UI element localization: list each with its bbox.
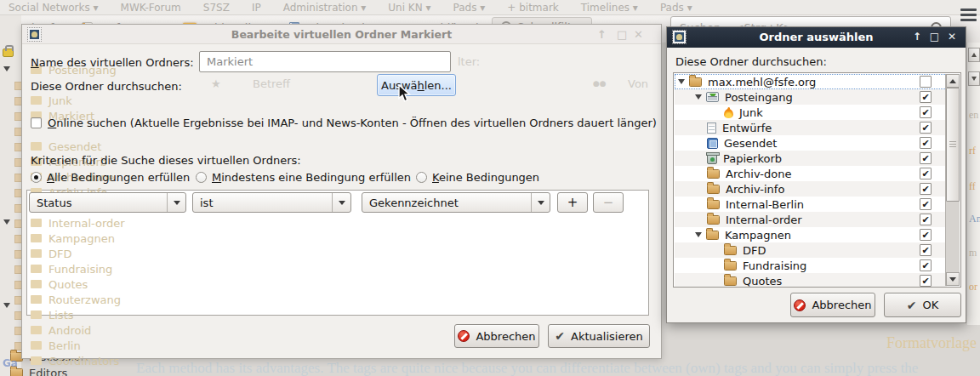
cancel-button-label: Abbrechen	[812, 299, 871, 311]
tree-row[interactable]: Archiv-info✔	[675, 181, 947, 197]
bookmark-item[interactable]: IP	[252, 2, 261, 14]
bookmarks-bar: Social Networks ▾MWK-ForumS7SZIPAdminist…	[0, 0, 980, 15]
bookmark-item[interactable]: + bitmark	[507, 2, 558, 14]
folder-checkbox[interactable]: ✔	[920, 106, 932, 118]
folder-checkbox[interactable]: ✔	[920, 137, 932, 149]
expander-icon[interactable]	[678, 79, 685, 84]
bookmark-item[interactable]: S7SZ	[203, 2, 230, 14]
tree-row[interactable]: Gesendet✔	[675, 135, 947, 151]
bookmark-item[interactable]: MWK-Forum	[121, 2, 181, 14]
bookmark-item[interactable]: Pads ▾	[453, 2, 486, 14]
update-button[interactable]: ✔ Aktualisieren	[548, 324, 650, 348]
trash-icon	[707, 154, 717, 164]
tree-row[interactable]: Kampagnen✔	[675, 227, 947, 242]
ghost-quickfilter-label: lter:	[458, 55, 480, 68]
maximize-icon[interactable]: □	[617, 29, 627, 40]
folder-pane-item[interactable]: Editors	[10, 367, 67, 376]
match-none-radio[interactable]	[416, 172, 427, 183]
window-up-icon[interactable]: ↑	[913, 31, 921, 42]
background-text-fragment: ff	[969, 180, 976, 193]
scrollbar-thumb[interactable]	[946, 88, 960, 202]
tree-folder-label: Quotes	[743, 275, 782, 288]
cancel-button[interactable]: Abbrechen	[454, 324, 539, 348]
bookmark-item[interactable]: Social Networks ▾	[9, 2, 99, 14]
online-search-label: Online suchen (Aktuelle Ergebnisse bei I…	[48, 117, 657, 129]
bookmark-item[interactable]: Timelines ▾	[581, 2, 638, 14]
maximize-icon[interactable]: □	[930, 31, 939, 42]
tree-expander-icon[interactable]	[3, 66, 10, 71]
add-condition-button[interactable]: +	[557, 192, 588, 213]
screen: Social Networks ▾MWK-ForumS7SZIPAdminist…	[0, 0, 980, 376]
criteria-label: Kriterien für die Suche dieses virtuelle…	[31, 154, 301, 167]
folder-checkbox[interactable]: ✔	[920, 244, 932, 256]
folder-checkbox[interactable]: ✔	[920, 259, 932, 271]
folder-checkbox[interactable]: ✔	[920, 214, 932, 225]
background-text-fragment: rf	[969, 145, 976, 157]
match-all-radio[interactable]	[31, 172, 42, 183]
folder-checkbox[interactable]: ✔	[920, 229, 932, 241]
dialog-titlebar[interactable]: Ordner auswählen ↑ □ ✕	[667, 27, 966, 48]
bookmark-item[interactable]: Pads ▾	[660, 2, 692, 14]
cancel-button[interactable]: Abbrechen	[790, 293, 875, 317]
scroll-up-icon[interactable]	[946, 74, 960, 88]
tree-row[interactable]: Quotes✔	[675, 273, 947, 288]
ok-button[interactable]: ✔ OK	[884, 293, 961, 317]
folder-checkbox[interactable]: ✔	[920, 183, 932, 195]
app-menu-button[interactable]	[960, 9, 977, 21]
close-icon[interactable]: ✕	[948, 31, 956, 42]
tree-row[interactable]: Fundraising✔	[675, 258, 947, 273]
expander-icon[interactable]	[695, 232, 702, 237]
tree-row[interactable]: Internal-order✔	[675, 212, 947, 227]
ghost-star-icon: ★	[211, 77, 221, 90]
condition-field-select[interactable]: Status	[29, 192, 186, 213]
background-style-label: Formatvorlage	[886, 334, 977, 352]
remove-condition-button[interactable]: −	[593, 192, 624, 213]
tree-row[interactable]: DFD✔	[675, 242, 947, 258]
column-picker-button[interactable]	[968, 71, 980, 86]
expander-spacer	[695, 158, 703, 159]
tree-folder-label: Archiv-info	[726, 183, 784, 196]
bookmark-item[interactable]: Administration ▾	[283, 2, 367, 14]
close-icon[interactable]: ✕	[634, 29, 643, 40]
window-up-icon[interactable]: ↑	[597, 29, 607, 40]
dialog-titlebar[interactable]: Bearbeite virtuellen Ordner Markiert ↑ □…	[22, 25, 661, 44]
choose-folders-button[interactable]: Auswählen...	[377, 74, 456, 96]
online-search-checkbox[interactable]	[31, 117, 42, 128]
tree-row[interactable]: Papierkorb✔	[675, 151, 947, 166]
drafts-icon	[707, 122, 716, 134]
tree-row[interactable]: Entwürfe✔	[675, 120, 947, 135]
expander-spacer	[695, 143, 703, 144]
folder-checkbox[interactable]: ✔	[920, 152, 932, 164]
virtual-folder-name-input[interactable]: Markiert	[199, 51, 451, 72]
collapse-pane-button[interactable]	[968, 48, 980, 62]
folder-checkbox[interactable]: ✔	[920, 198, 932, 210]
match-any-radio[interactable]	[196, 172, 207, 183]
tree-row[interactable]: Archiv-done✔	[675, 166, 947, 181]
name-value: Markiert	[207, 55, 253, 68]
tree-expander-icon[interactable]	[3, 303, 10, 308]
folder-icon	[706, 231, 719, 240]
tree-folder-label: Junk	[739, 106, 763, 119]
tree-expander-icon[interactable]	[3, 219, 10, 225]
scroll-down-icon[interactable]	[946, 272, 960, 286]
bookmark-item[interactable]: Uni KN ▾	[388, 2, 430, 14]
match-none-label: Keine Bedingungen	[432, 171, 539, 184]
ghost-folder-row: Gesendet	[31, 139, 101, 154]
folder-checkbox[interactable]	[920, 76, 932, 88]
tree-row[interactable]: max.mehl@fsfe.org	[675, 74, 947, 89]
tree-row[interactable]: Internal-Berlin✔	[675, 197, 947, 212]
update-button-label: Aktualisieren	[571, 330, 643, 343]
folder-checkbox[interactable]: ✔	[920, 122, 932, 134]
tree-row[interactable]: Junk✔	[675, 105, 947, 120]
folder-checkbox[interactable]: ✔	[920, 91, 932, 103]
scrollbar[interactable]	[945, 74, 960, 286]
folder-checkbox[interactable]: ✔	[920, 275, 932, 287]
condition-value-select[interactable]: Gekennzeichnet	[362, 192, 550, 213]
tree-row[interactable]: Posteingang✔	[675, 89, 947, 105]
folder-checkbox[interactable]: ✔	[920, 168, 932, 179]
edit-virtual-folder-dialog: Bearbeite virtuellen Ordner Markiert ↑ □…	[21, 24, 662, 359]
expander-icon[interactable]	[695, 94, 702, 100]
tree-folder-label: Papierkorb	[723, 152, 782, 165]
tree-folder-label: max.mehl@fsfe.org	[708, 76, 816, 88]
condition-operator-select[interactable]: ist	[192, 192, 351, 213]
